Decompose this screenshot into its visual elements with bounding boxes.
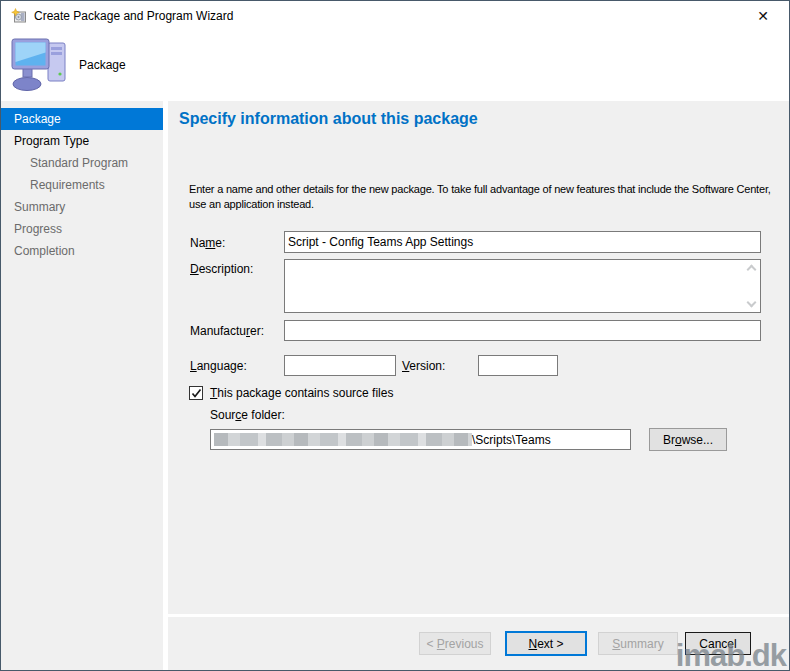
sidebar-item-completion: Completion [1, 240, 163, 262]
manufacturer-input[interactable] [284, 320, 761, 341]
window-title: Create Package and Program Wizard [34, 9, 233, 23]
redacted-path-segment [214, 433, 472, 446]
browse-button[interactable]: Browse... [649, 428, 727, 451]
language-input[interactable] [284, 355, 396, 376]
previous-button: < Previous [419, 632, 491, 655]
wizard-steps-sidebar: Package Program Type Standard Program Re… [1, 101, 168, 670]
wizard-app-icon [11, 8, 27, 24]
checkmark-icon [191, 388, 202, 399]
sidebar-item-standard-program: Standard Program [1, 152, 163, 174]
source-files-label: This package contains source files [210, 386, 393, 400]
name-label: Name: [190, 236, 225, 250]
cancel-button[interactable]: Cancel [685, 632, 751, 655]
sidebar-item-requirements: Requirements [1, 174, 163, 196]
close-button[interactable]: ✕ [753, 6, 773, 26]
source-folder-visible-path: \Scripts\Teams [472, 433, 551, 447]
scroll-up-icon[interactable] [747, 265, 757, 275]
manufacturer-label: Manufacturer: [190, 324, 264, 338]
wizard-header: Package [1, 31, 789, 101]
version-input[interactable] [478, 355, 558, 376]
description-label: Description: [190, 262, 253, 276]
sidebar-item-summary: Summary [1, 196, 163, 218]
package-computer-icon [11, 36, 71, 94]
description-textarea[interactable] [284, 259, 761, 313]
source-files-checkbox[interactable] [189, 386, 203, 400]
footer-divider [168, 614, 789, 617]
scroll-down-icon[interactable] [747, 298, 757, 308]
description-input[interactable] [285, 260, 742, 312]
page-title: Specify information about this package [179, 110, 478, 128]
wizard-window: Create Package and Program Wizard ✕ Pack… [0, 0, 790, 671]
source-folder-input[interactable]: \Scripts\Teams [210, 429, 631, 450]
page-description: Enter a name and other details for the n… [189, 182, 787, 212]
sidebar-item-program-type[interactable]: Program Type [1, 130, 163, 152]
language-label: Language: [190, 359, 247, 373]
titlebar[interactable]: Create Package and Program Wizard ✕ [1, 1, 789, 31]
summary-button: Summary [598, 632, 678, 655]
name-input[interactable] [284, 231, 761, 253]
source-folder-label: Source folder: [210, 408, 285, 422]
sidebar-item-progress: Progress [1, 218, 163, 240]
wizard-page-content: Specify information about this package E… [168, 101, 789, 670]
source-files-row: This package contains source files [189, 386, 393, 400]
sidebar-item-package[interactable]: Package [1, 108, 163, 130]
version-label: Version: [402, 359, 445, 373]
next-button[interactable]: Next > [505, 631, 587, 656]
header-step-title: Package [79, 58, 126, 72]
